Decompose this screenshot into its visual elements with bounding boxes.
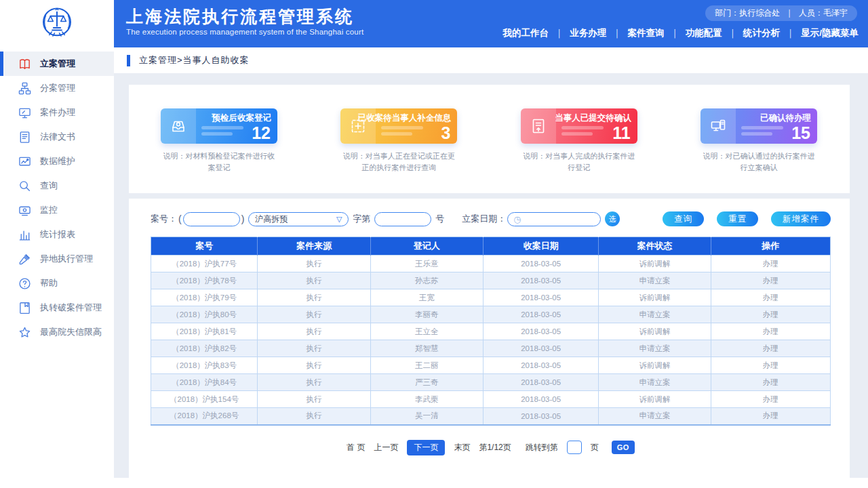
cell-case-no: （2018）沪执78号 [151, 272, 258, 289]
cell-status: 申请立案 [599, 408, 711, 425]
top-nav: 我的工作台业务办理案件查询功能配置统计分析显示/隐藏菜单 [503, 27, 859, 39]
cell-case-no: （2018）沪执77号 [151, 256, 258, 272]
cell-action: 办理 [711, 306, 830, 323]
case-year-input[interactable] [183, 212, 240, 226]
sidebar-item-label: 统计报表 [40, 228, 75, 241]
bookmark-icon [18, 302, 31, 314]
stat-card[interactable]: 当事人已提交待确认 11 说明：对当事人完成的执行案件进行登记 [521, 108, 637, 193]
sidebar-item[interactable]: 案件办理 [0, 100, 114, 125]
user-badge: 部门：执行综合处 ｜ 人员：毛泽宇 [705, 5, 857, 21]
sidebar-item[interactable]: 法律文书 [0, 125, 114, 149]
cell-source: 执行 [258, 408, 370, 425]
cell-action: 办理 [711, 323, 830, 340]
reset-button[interactable]: 重置 [717, 211, 758, 226]
computer-icon [701, 108, 736, 144]
next-page-button[interactable]: 下一页 [407, 440, 445, 455]
cell-date: 2018-03-05 [483, 340, 598, 357]
table-row: （2018）沪执81号 执行 王立全 2018-03-05 诉前调解 办理 [151, 323, 831, 340]
court-code-select[interactable]: 沪高拆预 ▽ [248, 212, 349, 226]
column-header: 操作 [711, 237, 830, 256]
stat-card-banner[interactable]: 已确认待办理 15 [701, 108, 817, 144]
monitor-icon [18, 106, 31, 119]
cell-status: 诉前调解 [599, 391, 711, 408]
sidebar-item[interactable]: 立案管理 [0, 52, 114, 76]
stat-card-banner[interactable]: 当事人已提交待确认 11 [521, 108, 637, 144]
cell-date: 2018-03-05 [483, 357, 598, 374]
table-row: （2018）沪执79号 执行 王宽 2018-03-05 诉前调解 办理 [151, 289, 831, 306]
sidebar-item[interactable]: 分案管理 [0, 76, 114, 100]
prev-page-link[interactable]: 上一页 [374, 442, 398, 453]
action-link[interactable]: 办理 [763, 395, 778, 403]
action-link[interactable]: 办理 [763, 260, 778, 268]
sidebar-item-label: 执转破案件管理 [40, 302, 102, 314]
nav-item[interactable]: 显示/隐藏菜单 [801, 27, 859, 39]
sidebar-item[interactable]: 异地执行管理 [0, 247, 114, 271]
sidebar-item-label: 最高院失信限高 [40, 326, 102, 338]
action-link[interactable]: 办理 [763, 378, 778, 386]
nav-item[interactable]: 统计分析 [743, 27, 801, 39]
filing-date-field[interactable]: ◷ [507, 212, 601, 226]
nav-item[interactable]: 功能配置 [686, 27, 743, 39]
sidebar-item[interactable]: 统计报表 [0, 222, 114, 247]
cell-source: 执行 [258, 357, 370, 374]
stat-card-banner[interactable]: 预检后收案登记 12 [161, 108, 277, 144]
filing-date-input[interactable] [525, 214, 595, 224]
first-page-link[interactable]: 首 页 [347, 442, 365, 453]
cell-registrar: 王立全 [370, 323, 483, 340]
cell-date: 2018-03-05 [483, 391, 598, 408]
cell-date: 2018-03-05 [483, 408, 598, 425]
sidebar-item[interactable]: 执转破案件管理 [0, 296, 114, 320]
cell-action: 办理 [711, 391, 830, 408]
cell-registrar: 李武栗 [370, 391, 483, 408]
footer-strip [0, 478, 868, 488]
cell-case-no: （2018）沪执82号 [151, 340, 258, 357]
filing-date-label: 立案日期： [462, 213, 506, 225]
app-header: 上海法院执行流程管理系统 The execution process manag… [0, 0, 868, 47]
stat-card-description: 说明：对已确认通过的执行案件进行立案确认 [701, 150, 817, 174]
cell-case-no: （2018）沪执268号 [151, 408, 258, 425]
page-info: 第1/12页 [479, 442, 511, 453]
column-header: 登记人 [370, 237, 483, 256]
action-link[interactable]: 办理 [763, 344, 778, 352]
star-icon [18, 326, 31, 339]
sidebar-item[interactable]: 最高院失信限高 [0, 320, 114, 344]
nav-item[interactable]: 我的工作台 [503, 27, 570, 39]
sidebar-item[interactable]: 帮助 [0, 271, 114, 296]
sidebar-item[interactable]: 查询 [0, 174, 114, 198]
search-icon [18, 180, 31, 192]
query-button[interactable]: 查询 [663, 211, 704, 226]
action-link[interactable]: 办理 [763, 277, 778, 285]
last-page-link[interactable]: 末页 [454, 442, 470, 453]
case-number-input[interactable] [374, 212, 431, 226]
nav-item[interactable]: 案件查询 [628, 27, 686, 39]
add-case-button[interactable]: 新增案件 [771, 211, 831, 226]
case-table-panel: 案号： ( ) 沪高拆预 ▽ 字第 号 立案日期： ◷ 选 [129, 199, 850, 478]
jump-suffix-label: 页 [591, 442, 599, 453]
jump-page-input[interactable] [567, 441, 582, 454]
table-row: （2018）沪执268号 执行 吴一清 2018-03-05 申请立案 办理 [151, 408, 831, 425]
document-icon [18, 131, 31, 144]
go-button[interactable]: GO [612, 441, 635, 454]
stat-card[interactable]: 已确认待办理 15 说明：对已确认通过的执行案件进行立案确认 [701, 108, 817, 193]
stat-card[interactable]: 已收案待当事人补全信息 3 说明：对当事人正在登记或正在更正的执行案件进行查询 [340, 108, 457, 193]
stat-card[interactable]: 预检后收案登记 12 说明：对材料预检登记案件进行收案登记 [161, 108, 277, 193]
cell-date: 2018-03-05 [483, 272, 598, 289]
action-link[interactable]: 办理 [763, 293, 778, 302]
breadcrumb-accent [127, 55, 130, 66]
date-pick-button[interactable]: 选 [605, 211, 620, 226]
sidebar-item-label: 法律文书 [40, 131, 75, 143]
cell-registrar: 严三奇 [370, 374, 483, 391]
action-link[interactable]: 办理 [763, 361, 778, 369]
action-link[interactable]: 办理 [763, 411, 778, 420]
sidebar-item[interactable]: 监控 [0, 198, 114, 222]
help-icon [18, 277, 31, 290]
decorative-stripe [561, 132, 593, 136]
action-link[interactable]: 办理 [763, 327, 778, 336]
nav-item[interactable]: 业务办理 [570, 27, 627, 39]
action-link[interactable]: 办理 [763, 310, 778, 319]
sidebar-item[interactable]: 数据维护 [0, 149, 114, 174]
main-content: 立案管理>当事人自助收案 预检后收案登记 12 说明：对材料预检登记案件进行收案… [114, 47, 868, 478]
cell-date: 2018-03-05 [483, 256, 598, 272]
stat-card-banner[interactable]: 已收案待当事人补全信息 3 [340, 108, 457, 144]
cell-date: 2018-03-05 [483, 289, 598, 306]
